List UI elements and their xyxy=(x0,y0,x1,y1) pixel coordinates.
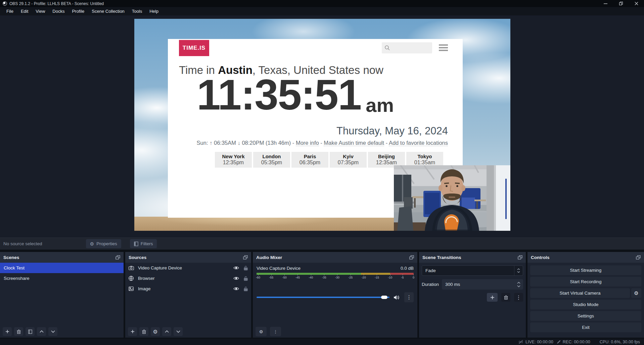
mixer-menu-button[interactable]: ⋮ xyxy=(270,327,281,336)
spinner-chevrons-icon[interactable] xyxy=(514,282,523,287)
stream-inactive-icon xyxy=(518,340,523,344)
volume-slider-handle[interactable] xyxy=(381,296,387,299)
restore-button[interactable] xyxy=(613,0,629,7)
menu-help[interactable]: Help xyxy=(146,7,162,15)
preview-area: TIME.IS Time in Austin, Texas, United St… xyxy=(0,15,644,238)
popout-icon[interactable] xyxy=(243,255,248,260)
remove-transition-button[interactable] xyxy=(501,293,510,302)
context-status-text: No source selected xyxy=(3,241,42,246)
timeis-logo[interactable]: TIME.IS xyxy=(179,40,209,56)
menu-scene-collection[interactable]: Scene Collection xyxy=(88,7,128,15)
camera-icon xyxy=(129,266,134,270)
obs-logo-icon xyxy=(3,1,7,6)
clock-ampm: am xyxy=(366,95,394,115)
advanced-audio-button[interactable]: ⚙ xyxy=(256,327,267,336)
studio-mode-button[interactable]: Studio Mode xyxy=(530,300,641,309)
mixer-level-db: 0.0 dB xyxy=(401,266,414,271)
visibility-eye-icon[interactable] xyxy=(233,266,239,270)
menu-profile[interactable]: Profile xyxy=(68,7,88,15)
duration-spinner[interactable]: 300 ms xyxy=(442,279,523,290)
source-item-video-capture[interactable]: Video Capture Device xyxy=(125,263,251,273)
webcam-overlay[interactable] xyxy=(394,165,510,231)
popout-icon[interactable] xyxy=(518,255,522,260)
cpu-fps-stats: CPU: 0.6%, 30.00 fps xyxy=(600,340,640,344)
more-info-link[interactable]: More info xyxy=(296,140,319,146)
hamburger-menu-icon[interactable] xyxy=(439,44,448,51)
menu-edit[interactable]: Edit xyxy=(17,7,32,15)
meter-scale: -60-55-50 -45-40-35 -30-25-20 -15-10-5 0 xyxy=(256,276,414,279)
popout-icon[interactable] xyxy=(636,255,641,260)
program-canvas[interactable]: TIME.IS Time in Austin, Texas, United St… xyxy=(134,19,510,231)
live-time: LIVE: 00:00:00 xyxy=(525,340,553,344)
move-source-up-button[interactable] xyxy=(162,327,171,336)
clock: 11:35:51 am xyxy=(197,73,394,116)
add-favorite-link[interactable]: Add to favorite locations xyxy=(389,140,448,146)
move-scene-down-button[interactable] xyxy=(48,327,57,336)
popout-icon[interactable] xyxy=(116,255,120,260)
source-item-image[interactable]: Image xyxy=(125,284,251,294)
clock-time: 11:35:51 xyxy=(197,73,361,116)
volume-slider[interactable] xyxy=(257,297,389,298)
controls-dock: Controls Start Streaming Start Recording… xyxy=(527,252,644,338)
menu-view[interactable]: View xyxy=(32,7,49,15)
mixer-dock-title: Audio Mixer xyxy=(256,255,282,260)
scene-item-clock-test[interactable]: Clock Test xyxy=(0,263,124,273)
sun-info-line: Sun: ↑ 06:35AM ↓ 08:20PM (13h 46m) - Mor… xyxy=(168,140,448,146)
mixer-channel-menu-button[interactable]: ⋮ xyxy=(404,292,414,302)
minimize-button[interactable] xyxy=(598,0,613,7)
sources-dock-title: Sources xyxy=(129,255,146,260)
lock-icon[interactable] xyxy=(244,266,248,270)
sources-dock: Sources Video Capture Device xyxy=(125,252,251,338)
visibility-eye-icon[interactable] xyxy=(233,287,239,291)
search-icon xyxy=(384,45,390,51)
start-recording-button[interactable]: Start Recording xyxy=(530,277,641,287)
virtual-camera-settings-button[interactable]: ⚙ xyxy=(631,288,641,298)
city-london[interactable]: London05:35pm xyxy=(253,152,290,168)
audio-mixer-dock: Audio Mixer Video Capture Device 0.0 dB … xyxy=(253,252,417,338)
rec-time: REC: 00:00:00 xyxy=(563,340,590,344)
city-kyiv[interactable]: Kyiv07:35pm xyxy=(330,152,367,168)
menu-file[interactable]: File xyxy=(3,7,17,15)
city-paris[interactable]: Paris06:35pm xyxy=(291,152,328,168)
remove-source-button[interactable] xyxy=(139,327,148,336)
webcam-video xyxy=(394,165,510,231)
close-button[interactable] xyxy=(629,0,644,7)
gear-icon: ⚙ xyxy=(90,241,94,247)
mixer-channel-name: Video Capture Device xyxy=(257,266,301,271)
start-virtual-camera-button[interactable]: Start Virtual Camera xyxy=(530,288,630,298)
properties-button[interactable]: ⚙ Properties xyxy=(86,239,121,248)
popout-icon[interactable] xyxy=(409,255,414,260)
add-scene-button[interactable] xyxy=(3,327,12,336)
visibility-eye-icon[interactable] xyxy=(233,276,239,280)
transition-properties-button[interactable]: ⋮ xyxy=(514,293,523,302)
source-item-browser[interactable]: Browser xyxy=(125,273,251,284)
duration-label: Duration xyxy=(422,282,439,287)
filters-button[interactable]: Filters xyxy=(130,239,157,248)
start-streaming-button[interactable]: Start Streaming xyxy=(530,265,641,275)
remove-scene-button[interactable] xyxy=(14,327,23,336)
add-transition-button[interactable] xyxy=(487,293,498,302)
lock-icon[interactable] xyxy=(244,276,248,281)
speaker-icon[interactable] xyxy=(394,295,400,300)
menu-tools[interactable]: Tools xyxy=(128,7,146,15)
scenes-dock: Scenes Clock Test Screenshare xyxy=(0,252,124,338)
window-title: OBS 29.1.2 - Profile: LLHLS BETA - Scene… xyxy=(9,1,104,6)
search-input[interactable] xyxy=(382,42,432,53)
menu-docks[interactable]: Docks xyxy=(49,7,68,15)
scene-filters-button[interactable] xyxy=(26,327,35,336)
scene-transitions-dock: Scene Transitions Fade Duration 300 ms xyxy=(419,252,526,338)
lock-icon[interactable] xyxy=(244,287,248,291)
add-source-button[interactable] xyxy=(128,327,137,336)
image-icon xyxy=(129,287,134,291)
source-properties-button[interactable]: ⚙ xyxy=(151,327,160,336)
scene-item-screenshare[interactable]: Screenshare xyxy=(0,273,124,284)
move-scene-up-button[interactable] xyxy=(37,327,46,336)
city-newyork[interactable]: New York12:35pm xyxy=(215,152,252,168)
settings-button[interactable]: Settings xyxy=(530,311,641,321)
exit-button[interactable]: Exit xyxy=(530,322,641,332)
transition-select[interactable]: Fade xyxy=(422,265,523,276)
scenes-dock-title: Scenes xyxy=(3,255,19,260)
status-bar: LIVE: 00:00:00 REC: 00:00:00 CPU: 0.6%, … xyxy=(0,339,644,345)
make-default-link[interactable]: Make Austin time default xyxy=(324,140,384,146)
move-source-down-button[interactable] xyxy=(174,327,183,336)
